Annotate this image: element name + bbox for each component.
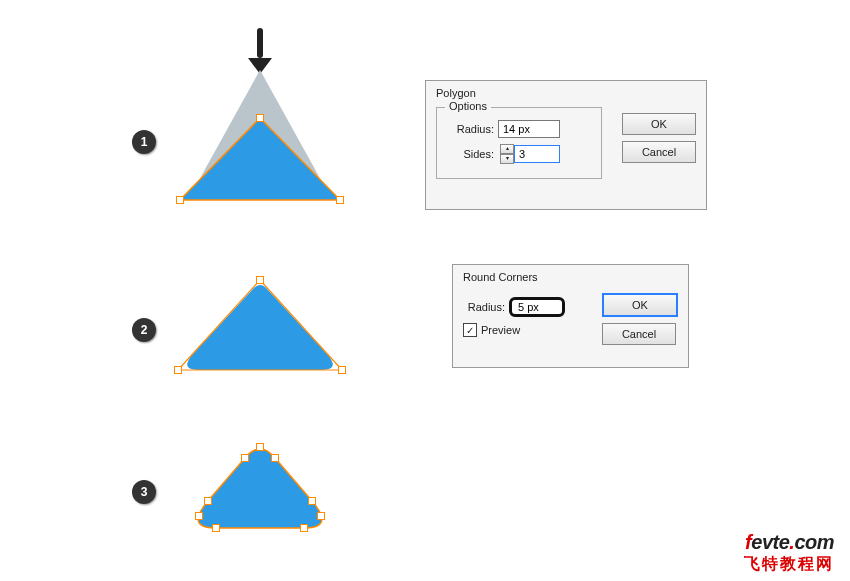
anchor-point[interactable] [336,196,344,204]
anchor-point[interactable] [204,497,212,505]
logo-chinese: 飞特教程网 [744,554,834,575]
cancel-button[interactable]: Cancel [622,141,696,163]
options-legend: Options [445,100,491,112]
step-badge-2: 2 [132,318,156,342]
anchor-point[interactable] [317,512,325,520]
options-fieldset: Options Radius: Sides: ▴▾ [436,107,602,179]
anchor-point[interactable] [212,524,220,532]
anchor-point[interactable] [271,454,279,462]
ok-button[interactable]: OK [602,293,678,317]
preview-label: Preview [481,324,520,336]
radius-label: Radius: [463,301,505,313]
anchor-point[interactable] [241,454,249,462]
round-corners-dialog: Round Corners Radius: ✓ Preview OK Cance… [452,264,689,368]
ok-button[interactable]: OK [622,113,696,135]
anchor-point[interactable] [338,366,346,374]
radius-label: Radius: [449,123,494,135]
anchor-point[interactable] [256,443,264,451]
anchor-point[interactable] [195,512,203,520]
step-badge-1: 1 [132,130,156,154]
cancel-button[interactable]: Cancel [602,323,676,345]
step2-shape [172,280,352,380]
anchor-point[interactable] [300,524,308,532]
anchor-point[interactable] [176,196,184,204]
anchor-point[interactable] [308,497,316,505]
tutorial-canvas: 1 Polygon Options Radius: Sides: ▴▾ [0,0,850,581]
rounded-triangle-icon [187,285,333,370]
polygon-dialog: Polygon Options Radius: Sides: ▴▾ OK Can… [425,80,707,210]
blue-triangle-icon [180,118,340,200]
radius-input[interactable] [498,120,560,138]
sides-input[interactable] [514,145,560,163]
anchor-point[interactable] [256,114,264,122]
anchor-point[interactable] [174,366,182,374]
step3-shape [190,446,330,536]
dialog-title: Round Corners [453,265,688,287]
anchor-point[interactable] [256,276,264,284]
step-badge-3: 3 [132,480,156,504]
preview-checkbox[interactable]: ✓ [463,323,477,337]
sides-label: Sides: [449,148,494,160]
logo-domain: ffevte.comevte.com [744,531,834,554]
rounded-triangle-final-icon [198,449,322,528]
watermark-logo: ffevte.comevte.com 飞特教程网 [744,531,834,575]
step1-shape [170,70,370,210]
down-arrow-icon [248,28,272,74]
round-radius-input[interactable] [509,297,565,317]
sides-spinner[interactable]: ▴▾ [500,144,514,164]
